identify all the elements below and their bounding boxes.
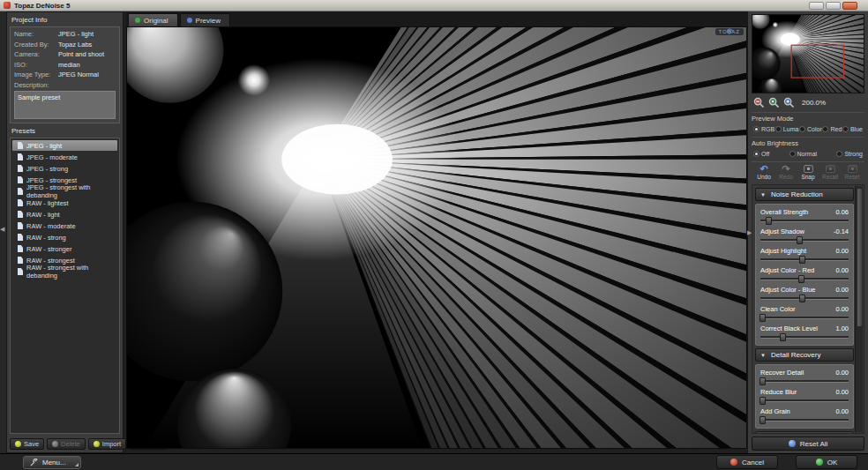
- delete-button[interactable]: Delete: [47, 438, 86, 450]
- snap-button[interactable]: Snap: [797, 165, 819, 180]
- field-value: Point and shoot: [58, 50, 104, 58]
- slider-value: 0.00: [835, 286, 849, 294]
- topaz-logo: TOPAZ: [715, 28, 744, 35]
- preset-doc-icon: [18, 176, 23, 183]
- scrollbar-thumb[interactable]: [857, 188, 863, 327]
- slider-track[interactable]: [760, 236, 849, 244]
- maximize-button[interactable]: [826, 2, 841, 10]
- field-label: Image Type:: [14, 71, 58, 78]
- field-value: JPEG Normal: [58, 71, 99, 78]
- slider-track[interactable]: [760, 314, 849, 322]
- section-detail-recovery[interactable]: ▼ Detail Recovery: [755, 348, 854, 362]
- slider-handle[interactable]: [799, 256, 805, 264]
- slider-label: Adjust Highlight: [760, 247, 806, 255]
- adjustments-panel: ▼ Noise Reduction Overall Strength0.06Ad…: [752, 184, 864, 434]
- preset-doc-icon: [18, 165, 23, 172]
- slider-track[interactable]: [760, 397, 849, 405]
- slider-handle[interactable]: [760, 416, 766, 424]
- zoom-fit-icon[interactable]: [768, 97, 780, 108]
- slider-handle[interactable]: [798, 275, 804, 283]
- preset-item[interactable]: RAW - lightest: [12, 198, 117, 208]
- tab-original[interactable]: Original: [128, 13, 178, 26]
- preset-doc-icon: [18, 199, 23, 206]
- slider-track[interactable]: [760, 275, 849, 283]
- slider-value: 0.06: [835, 208, 849, 216]
- slider-track[interactable]: [760, 295, 849, 302]
- radio-color[interactable]: Color: [799, 126, 822, 132]
- preset-label: RAW - moderate: [26, 222, 76, 230]
- section-debanding[interactable]: ▶ Debanding: [755, 431, 854, 434]
- preset-item[interactable]: RAW - strong: [12, 232, 117, 242]
- slider-track[interactable]: [760, 416, 849, 424]
- preset-item[interactable]: JPEG - strong: [12, 163, 117, 174]
- slider-value: 1.00: [835, 325, 849, 332]
- slider-handle[interactable]: [780, 333, 786, 341]
- preset-doc-icon: [18, 153, 23, 160]
- minimize-button[interactable]: [809, 2, 824, 10]
- preset-label: RAW - light: [26, 211, 60, 219]
- save-button[interactable]: Save: [10, 438, 44, 450]
- preset-item[interactable]: RAW - moderate: [12, 220, 117, 231]
- slider-track[interactable]: [760, 217, 849, 225]
- import-button[interactable]: Import: [88, 438, 126, 450]
- slider-handle[interactable]: [760, 397, 766, 405]
- radio-label: Blue: [850, 126, 863, 132]
- preset-item[interactable]: RAW - light: [12, 209, 117, 220]
- radio-red[interactable]: Red: [822, 126, 842, 132]
- radio-label: Strong: [844, 151, 863, 157]
- preset-item[interactable]: RAW - strongest with debanding: [12, 266, 117, 277]
- slider-header: Adjust Shadow-0.14: [760, 228, 849, 235]
- slider-handle[interactable]: [799, 295, 805, 302]
- cancel-button[interactable]: Cancel: [716, 455, 778, 469]
- preset-item[interactable]: RAW - stronger: [12, 243, 117, 254]
- settings-scrollbar[interactable]: [855, 186, 863, 432]
- slider-handle[interactable]: [797, 236, 803, 244]
- recall-button[interactable]: Recall: [819, 165, 841, 180]
- slider-handle[interactable]: [760, 377, 766, 385]
- slider-handle[interactable]: [760, 314, 766, 322]
- menu-button[interactable]: Menu...: [23, 456, 81, 469]
- chevron-down-icon: ▼: [760, 353, 767, 358]
- radio-rgb[interactable]: RGB: [753, 126, 774, 132]
- navigator-image: [752, 15, 864, 93]
- slider-label: Reduce Blur: [760, 388, 797, 396]
- undo-button[interactable]: ↶Undo: [753, 165, 774, 180]
- close-button[interactable]: [842, 2, 857, 10]
- navigator-thumbnail[interactable]: [752, 14, 864, 93]
- import-icon: [94, 441, 100, 447]
- slider-track[interactable]: [760, 256, 849, 264]
- preset-item[interactable]: JPEG - moderate: [12, 152, 117, 162]
- zoom-out-icon[interactable]: [753, 97, 765, 108]
- radio-off[interactable]: Off: [753, 151, 769, 157]
- zoom-in-icon[interactable]: [783, 97, 795, 108]
- topaz-swirl-icon: [715, 28, 744, 35]
- slider-adjust-shadow: Adjust Shadow-0.14: [760, 228, 849, 244]
- chevron-down-icon: ▼: [760, 192, 767, 198]
- preset-doc-icon: [18, 188, 23, 195]
- undo-icon: ↶: [760, 165, 767, 173]
- slider-handle[interactable]: [766, 217, 772, 225]
- tab-preview[interactable]: Preview: [180, 13, 230, 26]
- description-field[interactable]: Sample preset: [14, 91, 116, 119]
- radio-blue[interactable]: Blue: [842, 126, 863, 132]
- radio-normal[interactable]: Normal: [789, 151, 818, 157]
- preview-mode-options: RGBLumaColorRedBlue: [752, 125, 864, 134]
- radio-label: RGB: [761, 126, 774, 132]
- preset-item[interactable]: JPEG - light: [12, 140, 117, 151]
- slider-header: Reduce Blur0.00: [760, 388, 849, 396]
- preset-item[interactable]: JPEG - strongest with debanding: [12, 186, 117, 197]
- reset-button[interactable]: Reset: [842, 165, 863, 180]
- section-noise-reduction[interactable]: ▼ Noise Reduction: [755, 188, 854, 201]
- reset-all-button[interactable]: Reset All: [752, 436, 864, 451]
- slider-track[interactable]: [760, 333, 849, 341]
- collapse-left-panel-arrow[interactable]: ◀: [0, 226, 4, 232]
- radio-strong[interactable]: Strong: [836, 151, 863, 157]
- slider-adjust-color-red: Adjust Color - Red0.00: [760, 266, 849, 283]
- ok-button[interactable]: OK: [796, 455, 857, 469]
- redo-button[interactable]: ↷Redo: [775, 165, 797, 180]
- slider-adjust-highlight: Adjust Highlight0.00: [760, 247, 849, 264]
- radio-circle-icon: [753, 151, 760, 157]
- radio-luma[interactable]: Luma: [775, 126, 799, 132]
- slider-track[interactable]: [760, 377, 849, 385]
- main-image-canvas[interactable]: TOPAZ: [126, 26, 747, 449]
